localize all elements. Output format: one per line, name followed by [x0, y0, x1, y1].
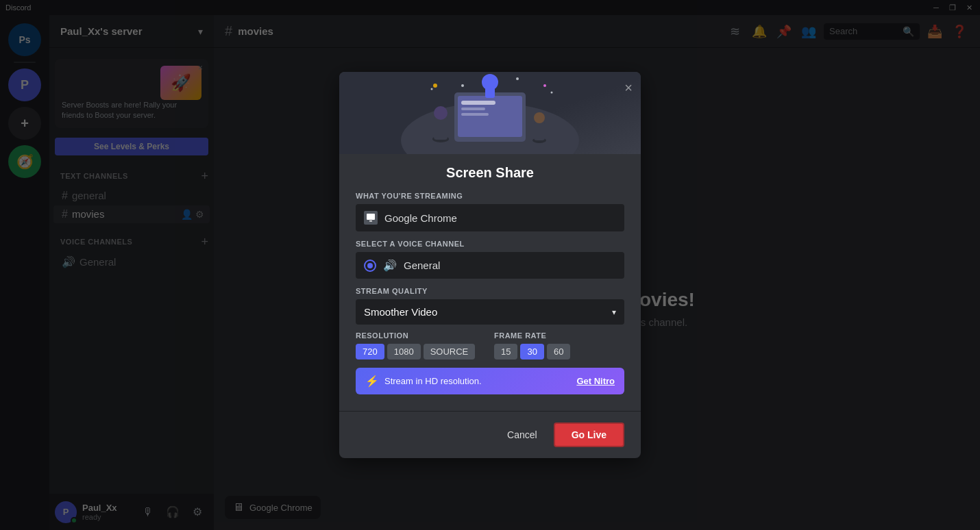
streaming-app-field: Google Chrome	[356, 204, 624, 231]
radio-inner	[367, 263, 373, 268]
dropdown-arrow-icon: ▾	[612, 307, 616, 317]
modal-overlay[interactable]: ×	[0, 0, 980, 530]
modal-close-btn[interactable]: ×	[624, 80, 633, 96]
framerate-15-btn[interactable]: 15	[494, 344, 517, 359]
voice-channel-label: SELECT A VOICE CHANNEL	[356, 240, 624, 248]
quality-options: RESOLUTION 720 1080 SOURCE FRAME RATE 15…	[356, 331, 624, 359]
resolution-label: RESOLUTION	[356, 331, 486, 340]
speaker-small-icon: 🔊	[383, 259, 397, 272]
svg-point-11	[534, 112, 545, 123]
resolution-group: RESOLUTION 720 1080 SOURCE	[356, 331, 486, 359]
modal-illustration: ×	[339, 72, 641, 154]
svg-point-14	[461, 84, 464, 87]
radio-button	[364, 260, 376, 272]
svg-point-18	[433, 84, 437, 88]
svg-point-17	[431, 88, 433, 90]
svg-point-15	[516, 77, 519, 80]
streaming-label: WHAT YOU'RE STREAMING	[356, 192, 624, 200]
streaming-app-name: Google Chrome	[384, 212, 457, 224]
illustration-svg	[394, 72, 586, 154]
resolution-720-btn[interactable]: 720	[356, 344, 384, 359]
framerate-60-btn[interactable]: 60	[547, 344, 570, 359]
svg-rect-13	[485, 86, 495, 98]
svg-rect-20	[367, 214, 375, 220]
svg-rect-7	[434, 116, 448, 140]
voice-channel-name: General	[404, 260, 440, 271]
quality-section: STREAM QUALITY Smoother Video ▾ RESOLUTI…	[356, 287, 624, 359]
svg-rect-10	[534, 121, 545, 140]
svg-point-19	[543, 84, 546, 87]
framerate-group: FRAME RATE 15 30 60	[494, 331, 624, 359]
nitro-text: Stream in HD resolution.	[384, 376, 482, 386]
quality-dropdown[interactable]: Smoother Video ▾	[356, 299, 624, 325]
app-icon	[364, 211, 378, 225]
cancel-button[interactable]: Cancel	[499, 425, 546, 444]
svg-point-8	[434, 106, 448, 120]
framerate-30-btn[interactable]: 30	[520, 344, 543, 359]
resolution-1080-btn[interactable]: 1080	[387, 344, 421, 359]
voice-channel-field[interactable]: 🔊 General	[356, 252, 624, 279]
monitor-small-icon	[366, 213, 376, 223]
modal-title: Screen Share	[356, 165, 624, 181]
framerate-buttons: 15 30 60	[494, 344, 624, 359]
svg-point-16	[551, 92, 553, 94]
framerate-label: FRAME RATE	[494, 331, 624, 340]
nitro-banner-left: ⚡ Stream in HD resolution.	[365, 375, 482, 388]
screen-share-modal: ×	[339, 72, 641, 458]
svg-rect-21	[369, 220, 372, 222]
modal-body: Screen Share WHAT YOU'RE STREAMING Googl…	[339, 154, 641, 411]
resolution-source-btn[interactable]: SOURCE	[424, 344, 476, 359]
get-nitro-link[interactable]: Get Nitro	[576, 376, 615, 386]
go-live-button[interactable]: Go Live	[554, 422, 624, 447]
modal-footer: Cancel Go Live	[339, 411, 641, 458]
nitro-banner: ⚡ Stream in HD resolution. Get Nitro	[356, 368, 624, 394]
nitro-boost-icon: ⚡	[365, 375, 379, 388]
svg-rect-5	[461, 113, 489, 116]
quality-label: STREAM QUALITY	[356, 287, 624, 295]
resolution-buttons: 720 1080 SOURCE	[356, 344, 486, 359]
svg-rect-4	[461, 108, 485, 110]
quality-selected: Smoother Video	[364, 306, 437, 318]
svg-rect-3	[461, 101, 495, 105]
